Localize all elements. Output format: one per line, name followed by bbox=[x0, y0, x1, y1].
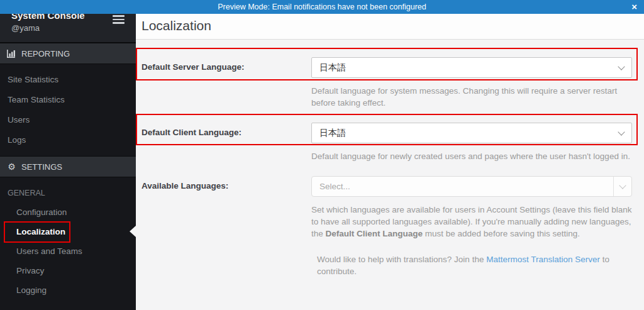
help-text-bold: Default Client Language bbox=[326, 229, 423, 238]
sidebar-item-localization[interactable]: Localization bbox=[0, 222, 136, 241]
note-pre: Would like to help with translations? Jo… bbox=[317, 255, 486, 264]
default-client-language-select[interactable]: 日本語 bbox=[311, 123, 632, 143]
sidebar-item-privacy[interactable]: Privacy bbox=[0, 261, 136, 280]
sidebar-item-users-and-teams[interactable]: Users and Teams bbox=[0, 241, 136, 261]
translation-note: Would like to help with translations? Jo… bbox=[317, 253, 638, 277]
close-icon[interactable]: × bbox=[631, 0, 637, 14]
chevron-down-icon bbox=[618, 128, 625, 135]
default-server-language-select[interactable]: 日本語 bbox=[311, 57, 632, 78]
select-value: 日本語 bbox=[319, 128, 346, 139]
sidebar-item-logs[interactable]: Logs bbox=[0, 130, 136, 150]
selected-item-pointer bbox=[130, 226, 136, 237]
help-text: Default language for system messages. Ch… bbox=[311, 85, 632, 109]
available-languages-multiselect[interactable] bbox=[311, 176, 632, 197]
select-value: 日本語 bbox=[319, 62, 346, 74]
sidebar-item-team-statistics[interactable]: Team Statistics bbox=[0, 90, 136, 110]
sidebar-item-users[interactable]: Users bbox=[0, 110, 136, 130]
section-header-reporting[interactable]: REPORTING bbox=[0, 43, 136, 64]
reporting-items: Site Statistics Team Statistics Users Lo… bbox=[0, 64, 136, 156]
dropdown-arrow-button[interactable] bbox=[613, 177, 631, 196]
page-title-band: Localization bbox=[136, 14, 644, 40]
help-text: Default language for newly created users… bbox=[311, 150, 632, 162]
section-label: SETTINGS bbox=[21, 162, 62, 172]
field-label: Default Server Language: bbox=[142, 57, 311, 109]
group-label-general: GENERAL bbox=[0, 184, 136, 202]
default-client-language-row: Default Client Language: 日本語 Default lan… bbox=[142, 123, 644, 162]
localization-form: Default Server Language: 日本語 Default lan… bbox=[136, 40, 644, 277]
chevron-down-icon bbox=[619, 182, 626, 189]
section-header-settings[interactable]: ⚙ SETTINGS bbox=[0, 156, 136, 177]
help-text-post: must be added before saving this setting… bbox=[423, 229, 580, 238]
system-console-sidebar: System Console @yama REPORTING Site Stat… bbox=[0, 0, 136, 310]
translation-server-link[interactable]: Mattermost Translation Server bbox=[486, 255, 600, 264]
sidebar-item-site-statistics[interactable]: Site Statistics bbox=[0, 70, 136, 90]
preview-mode-banner: Preview Mode: Email notifications have n… bbox=[0, 0, 644, 14]
settings-general-group: GENERAL Configuration Localization Users… bbox=[0, 177, 136, 300]
sidebar-item-configuration[interactable]: Configuration bbox=[0, 202, 136, 222]
chevron-down-icon bbox=[618, 63, 625, 70]
section-label: REPORTING bbox=[21, 49, 70, 58]
hamburger-menu-icon[interactable] bbox=[113, 15, 125, 26]
gear-icon: ⚙ bbox=[6, 162, 17, 171]
localization-settings-panel: Localization Default Server Language: 日本… bbox=[136, 14, 644, 310]
help-text: Set which languages are available for us… bbox=[311, 204, 632, 240]
sidebar-item-logging[interactable]: Logging bbox=[0, 280, 136, 300]
console-username: @yama bbox=[11, 23, 126, 33]
available-languages-input[interactable] bbox=[312, 177, 613, 196]
banner-text: Preview Mode: Email notifications have n… bbox=[218, 3, 426, 11]
default-server-language-row: Default Server Language: 日本語 Default lan… bbox=[142, 57, 644, 109]
field-label: Available Languages: bbox=[142, 176, 311, 240]
bar-chart-icon bbox=[6, 50, 17, 58]
field-label: Default Client Language: bbox=[142, 123, 311, 162]
page-title: Localization bbox=[142, 18, 644, 34]
available-languages-row: Available Languages: Set which languages… bbox=[142, 176, 644, 240]
